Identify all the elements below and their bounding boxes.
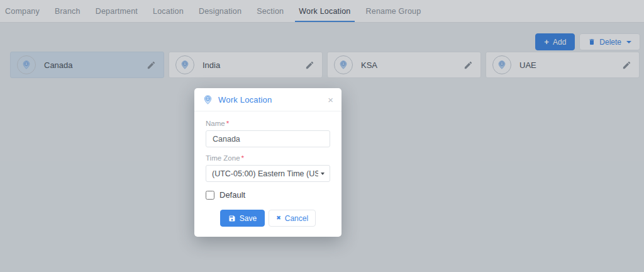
save-disk-icon (228, 215, 236, 222)
modal-body: Name* Time Zone* (UTC-05:00) Eastern Tim… (194, 111, 341, 237)
timezone-select[interactable]: (UTC-05:00) Eastern Time (US & Ca. (206, 165, 330, 182)
name-input[interactable] (206, 130, 330, 147)
timezone-selected-value: (UTC-05:00) Eastern Time (US & Ca. (212, 169, 318, 178)
save-button[interactable]: Save (220, 210, 265, 227)
save-button-label: Save (240, 214, 257, 223)
name-field-label: Name* (206, 120, 330, 127)
timezone-label-text: Time Zone (206, 154, 240, 162)
required-marker: * (242, 154, 244, 162)
required-marker: * (226, 120, 229, 127)
work-location-modal: Work Location × Name* Time Zone* (UTC-05… (194, 88, 341, 237)
modal-header: Work Location × (194, 88, 341, 111)
modal-title: Work Location (218, 95, 328, 105)
chevron-down-icon (321, 173, 325, 175)
location-pin-globe-icon (203, 94, 213, 105)
name-label-text: Name (206, 120, 225, 127)
default-checkbox-row: Default (206, 190, 330, 200)
default-checkbox[interactable] (206, 191, 214, 200)
close-icon[interactable]: × (328, 95, 333, 105)
cancel-button-label: Cancel (285, 214, 308, 223)
cancel-button[interactable]: ✖ Cancel (269, 210, 316, 227)
default-checkbox-label: Default (219, 190, 245, 200)
cancel-x-icon: ✖ (276, 215, 281, 221)
modal-footer: Save ✖ Cancel (206, 210, 330, 227)
timezone-field-label: Time Zone* (206, 154, 330, 162)
